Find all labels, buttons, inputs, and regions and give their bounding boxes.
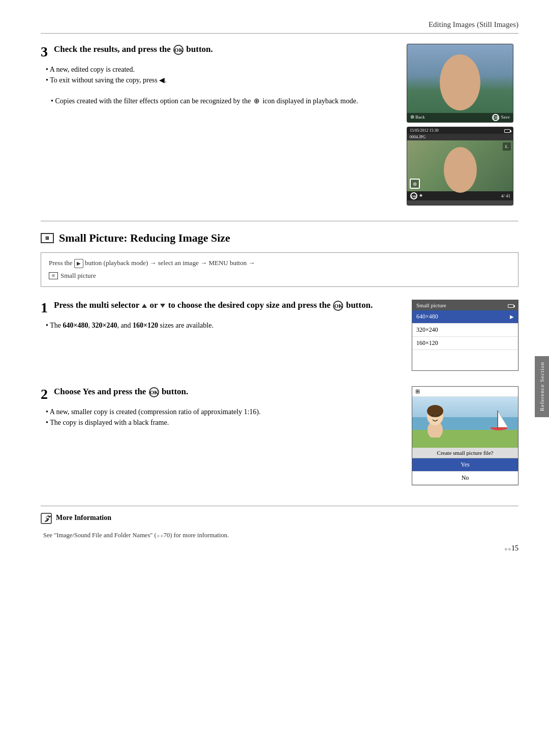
step2-dialog: ⊞ bbox=[412, 386, 518, 485]
step2-content: 2 Choose Yes and press the OK button. A … bbox=[41, 386, 396, 485]
dialog-image-area bbox=[412, 397, 518, 448]
section-3: 3 Check the results, and press the OK bu… bbox=[41, 44, 518, 206]
size-320: 320×240 bbox=[92, 322, 117, 329]
preview-image bbox=[407, 44, 513, 122]
step2-ok-symbol: OK bbox=[149, 387, 159, 397]
playback-file-bar: 0004.JPG bbox=[407, 134, 513, 140]
dialog-yes[interactable]: Yes bbox=[412, 458, 518, 472]
step2-bullet-1: A new, smaller copy is created (compress… bbox=[46, 406, 396, 417]
svg-point-2 bbox=[427, 405, 443, 417]
playback-ok-star: OK ★ bbox=[410, 192, 423, 199]
playback-battery2 bbox=[504, 128, 510, 133]
step1-bullet-1: The 640×480, 320×240, and 160×120 sizes … bbox=[46, 320, 396, 331]
preview-screen: Preview ⊗ Back OK Save bbox=[407, 44, 513, 123]
save-label: OK Save bbox=[492, 114, 510, 121]
dialog-top-bar: ⊞ bbox=[412, 387, 518, 397]
battery-icon4 bbox=[509, 390, 515, 393]
more-info-heading: More Information bbox=[56, 514, 111, 522]
page-header: Editing Images (Still Images) bbox=[41, 20, 518, 34]
step3-bullet-2: To exit without saving the copy, press ◀… bbox=[46, 75, 391, 85]
step1-row: 1 Press the multi selector or to choose … bbox=[41, 300, 518, 371]
battery-icon3 bbox=[508, 304, 514, 308]
section3-content: 3 Check the results, and press the OK bu… bbox=[41, 44, 391, 206]
dialog-prompt: Create small picture file? bbox=[412, 448, 518, 458]
filter-badge: ⊕ bbox=[410, 179, 420, 189]
small-picture-menu: Small picture 640×480 ▶ 320×240 160×120 bbox=[412, 300, 518, 371]
step2-heading: 2 Choose Yes and press the OK button. bbox=[41, 386, 396, 401]
step1-content: 1 Press the multi selector or to choose … bbox=[41, 300, 396, 371]
face-image bbox=[440, 54, 480, 110]
filter-icon: ⊕ bbox=[254, 97, 260, 105]
playback-date: 15/05/2012 15:30 bbox=[410, 128, 439, 133]
folder-icon: E. bbox=[503, 142, 511, 151]
step1-heading: 1 Press the multi selector or to choose … bbox=[41, 300, 396, 315]
dialog-battery bbox=[509, 388, 515, 395]
star-icon: ★ bbox=[419, 193, 423, 198]
note-link-icon: ⬦⬦ bbox=[157, 532, 164, 538]
step3-extra-note: Copies created with the filter effects o… bbox=[41, 96, 391, 106]
nav-box: Press the ▶ button (playback mode) → sel… bbox=[41, 252, 518, 287]
playback-screen: 15/05/2012 15:30 0004.JPG ⊕ E. OK bbox=[407, 127, 513, 206]
playback-button-nav: ▶ bbox=[74, 259, 83, 268]
small-pic-section-icon: ⊞ bbox=[41, 233, 54, 243]
step2-number: 2 bbox=[41, 387, 48, 401]
page-number: ⬦⬦15 bbox=[41, 544, 518, 553]
header-title: Editing Images (Still Images) bbox=[429, 20, 518, 28]
step2-bullet-2: The copy is displayed with a black frame… bbox=[46, 417, 396, 428]
menu-item-320[interactable]: 320×240 bbox=[412, 324, 518, 337]
step1-bullets: The 640×480, 320×240, and 160×120 sizes … bbox=[41, 320, 396, 331]
section-divider-1 bbox=[41, 221, 518, 221]
step3-heading-text: Check the results, and press the OK butt… bbox=[54, 44, 213, 54]
dialog-options: Yes No bbox=[412, 458, 518, 485]
more-info-icon: 𝒵 bbox=[41, 513, 52, 524]
small-pic-nav: ⊞ Small picture bbox=[49, 271, 510, 281]
page: Editing Images (Still Images) 3 Check th… bbox=[0, 0, 549, 573]
menu-battery bbox=[508, 302, 514, 308]
step3-heading: 3 Check the results, and press the OK bu… bbox=[41, 44, 391, 59]
menu-arrow-icon: ▶ bbox=[510, 314, 514, 319]
cartoon-scene bbox=[412, 397, 518, 448]
step1-number: 1 bbox=[41, 301, 48, 315]
menu-item-640[interactable]: 640×480 ▶ bbox=[412, 310, 518, 324]
step3-bullets: A new, edited copy is created. To exit w… bbox=[41, 64, 391, 85]
small-picture-heading: ⊞ Small Picture: Reducing Image Size bbox=[41, 231, 518, 245]
reference-label: Reference Section bbox=[539, 362, 545, 411]
step2-bullets: A new, smaller copy is created (compress… bbox=[41, 406, 396, 428]
dialog-no[interactable]: No bbox=[412, 472, 518, 485]
step1-menu: Small picture 640×480 ▶ 320×240 160×120 bbox=[412, 300, 518, 371]
small-pic-nav-icon: ⊞ bbox=[49, 272, 58, 279]
sailboat-svg bbox=[487, 408, 510, 433]
step3-bullet-1: A new, edited copy is created. bbox=[46, 64, 391, 75]
step2-row: 2 Choose Yes and press the OK button. A … bbox=[41, 386, 518, 485]
battery-icon2 bbox=[504, 129, 510, 133]
triangle-up-icon bbox=[142, 304, 147, 308]
reference-sidebar: Reference Section bbox=[535, 356, 549, 417]
ok-button-symbol: OK bbox=[173, 45, 184, 55]
cartoon-girl-svg bbox=[422, 402, 448, 438]
footer-note: See "Image/Sound File and Folder Names" … bbox=[41, 532, 518, 539]
svg-point-3 bbox=[431, 415, 433, 417]
menu-empty-space bbox=[412, 350, 518, 370]
small-picture-title: Small Picture: Reducing Image Size bbox=[59, 231, 230, 245]
create-small-pic-dialog: ⊞ bbox=[412, 386, 518, 485]
menu-item-160[interactable]: 160×120 bbox=[412, 337, 518, 350]
menu-header: Small picture bbox=[412, 300, 518, 310]
ok-star-icon: OK bbox=[410, 192, 417, 199]
step1-ok-symbol: OK bbox=[333, 301, 343, 311]
size-640: 640×480 bbox=[63, 322, 88, 329]
page-footer: 𝒵 More Information See "Image/Sound File… bbox=[41, 506, 518, 553]
size-160: 160×120 bbox=[133, 322, 158, 329]
back-icon: ⊗ bbox=[410, 114, 414, 120]
preview-bottom-bar: ⊗ Back OK Save bbox=[407, 113, 513, 122]
yes-word: Yes bbox=[83, 387, 96, 396]
svg-point-4 bbox=[437, 415, 439, 417]
playback-count: 4/ 41 bbox=[501, 193, 510, 198]
section3-screens: Preview ⊗ Back OK Save bbox=[407, 44, 518, 206]
step3-number: 3 bbox=[41, 45, 48, 59]
playback-image: ⊕ E. bbox=[407, 140, 513, 191]
back-label: ⊗ Back bbox=[410, 114, 425, 121]
playback-filename: 0004.JPG bbox=[410, 135, 425, 139]
playback-face bbox=[444, 147, 477, 193]
svg-marker-5 bbox=[498, 411, 508, 427]
playback-top: 15/05/2012 15:30 bbox=[407, 127, 513, 134]
